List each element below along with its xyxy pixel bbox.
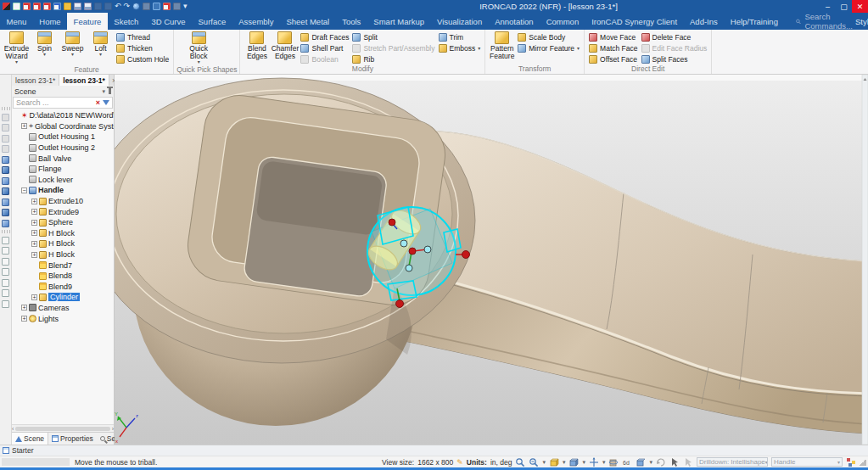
- pan-icon[interactable]: [589, 457, 599, 467]
- scroll-right-icon[interactable]: ›: [112, 426, 114, 432]
- slab-tool-icon[interactable]: [2, 209, 9, 216]
- extrude-wizard-button[interactable]: Extrude Wizard▾: [3, 31, 31, 65]
- triangle-tool-icon[interactable]: [2, 258, 9, 266]
- tree-item-blend9[interactable]: Blend9: [12, 282, 114, 293]
- render-style-icon[interactable]: [568, 457, 579, 467]
- qat-overflow-caret-icon[interactable]: ▾: [183, 3, 188, 10]
- loft-button[interactable]: Loft▾: [87, 31, 115, 58]
- tree-item-outlet-housing-2[interactable]: Outlet Housing 2: [12, 143, 114, 154]
- tree-item-extrude10[interactable]: +Extrude10: [12, 196, 114, 207]
- link-icon[interactable]: [94, 3, 102, 10]
- expand-icon[interactable]: +: [31, 252, 37, 258]
- cone-tool-icon[interactable]: [2, 187, 9, 195]
- expand-icon[interactable]: +: [31, 241, 37, 247]
- tab-sketch[interactable]: Sketch: [108, 13, 145, 30]
- triball-axis-dot[interactable]: [400, 240, 407, 247]
- delete-face-button[interactable]: Delete Face: [640, 31, 709, 42]
- toolbar-drag-handle[interactable]: [2, 107, 10, 110]
- line-tool-icon[interactable]: [2, 237, 9, 244]
- collapse-icon[interactable]: −: [21, 187, 27, 193]
- shell-part-button[interactable]: Shell Part: [299, 42, 350, 53]
- pan-caret-icon[interactable]: ▾: [602, 459, 606, 466]
- scene-search-input[interactable]: Search ... ×: [13, 97, 113, 109]
- tab-3d-curve[interactable]: 3D Curve: [145, 13, 192, 30]
- document-tab-2[interactable]: lesson 23-1*: [59, 75, 109, 86]
- tree-item-blend8[interactable]: Blend8: [12, 271, 114, 282]
- hierarchy-icon[interactable]: [846, 457, 856, 467]
- scrollbar-thumb[interactable]: [15, 427, 109, 431]
- undo-icon[interactable]: ↶: [115, 3, 121, 10]
- tab-annotation[interactable]: Annotation: [489, 13, 540, 30]
- rib-button[interactable]: Rib: [350, 53, 436, 64]
- cylinder-tool-icon[interactable]: [2, 166, 9, 174]
- tree-item-handle[interactable]: −Handle: [12, 185, 114, 196]
- triball-axis-dot[interactable]: [424, 246, 431, 253]
- move-face-button[interactable]: Move Face: [587, 31, 639, 42]
- wedge-tool-icon[interactable]: [2, 220, 9, 227]
- redo-icon[interactable]: ↷: [124, 3, 131, 10]
- render-caret-icon[interactable]: ▾: [582, 459, 585, 466]
- triball-outer-handle-right[interactable]: [462, 251, 470, 259]
- select-arrow-icon[interactable]: [669, 457, 680, 467]
- expand-icon[interactable]: +: [21, 123, 27, 129]
- tab-tools[interactable]: Tools: [336, 13, 367, 30]
- triball-outer-handle-top[interactable]: [389, 219, 395, 226]
- open-folder-icon[interactable]: [64, 3, 71, 10]
- tab-home[interactable]: Home: [33, 13, 67, 30]
- tab-feature[interactable]: Feature: [67, 13, 108, 30]
- quick-block-button[interactable]: Quick Block▾: [185, 31, 213, 65]
- maximize-button[interactable]: ▢: [836, 0, 852, 13]
- units-value[interactable]: in, deg: [490, 458, 512, 467]
- sweep-button[interactable]: Sweep▾: [59, 31, 87, 58]
- tree-item-lights[interactable]: +Lights: [12, 313, 114, 324]
- tab-menu[interactable]: Menu: [0, 13, 33, 30]
- expand-icon[interactable]: +: [31, 220, 37, 226]
- split-button[interactable]: Split: [350, 31, 436, 42]
- custom-hole-button[interactable]: Custom Hole: [115, 53, 171, 64]
- tree-item-h-block-1[interactable]: +H Block: [12, 228, 114, 239]
- viewport-3d[interactable]: Y x z: [115, 75, 868, 445]
- tab-smart-markup[interactable]: Smart Markup: [367, 13, 431, 30]
- tree-item-extrude9[interactable]: +Extrude9: [12, 206, 114, 217]
- tree-item-flange[interactable]: Flange: [12, 164, 114, 175]
- tree-item-cylinder[interactable]: +Cylinder: [12, 292, 114, 303]
- document-tab-1[interactable]: lesson 23-1*: [12, 75, 59, 86]
- triball-outer-handle-bottom[interactable]: [396, 300, 404, 308]
- table-view-icon[interactable]: [173, 3, 181, 10]
- sphere-tool-icon[interactable]: [2, 177, 9, 185]
- save-icon[interactable]: [74, 3, 81, 10]
- tree-item-lock-lever[interactable]: Lock lever: [12, 175, 114, 186]
- draft-faces-button[interactable]: Draft Faces: [299, 31, 350, 42]
- view-cube-caret-icon[interactable]: ▾: [649, 459, 652, 466]
- new-file-icon[interactable]: [13, 3, 20, 10]
- minimize-button[interactable]: –: [820, 0, 836, 13]
- open-marked-icon-2[interactable]: [33, 3, 41, 10]
- resize-grip[interactable]: [860, 459, 866, 466]
- tab-help-training[interactable]: Help/Training: [724, 13, 784, 30]
- close-button[interactable]: ✕: [852, 0, 868, 13]
- thicken-button[interactable]: Thicken: [115, 42, 171, 53]
- command-search[interactable]: Search Commands...: [796, 13, 854, 30]
- thread-button[interactable]: Thread: [115, 31, 171, 42]
- drilldown-select[interactable]: Drilldown: Intellishape▾: [697, 457, 768, 467]
- pin-icon[interactable]: [109, 88, 111, 94]
- expand-icon[interactable]: +: [31, 199, 37, 204]
- tree-item-cameras[interactable]: +Cameras: [12, 303, 114, 314]
- open-blue-icon[interactable]: [53, 3, 61, 10]
- snap-icon[interactable]: [143, 3, 150, 10]
- save-all-icon[interactable]: [84, 3, 92, 10]
- scale-body-button[interactable]: Scale Body: [516, 31, 581, 42]
- panel-tab-properties[interactable]: Properties: [48, 433, 97, 445]
- list-view-icon[interactable]: [153, 3, 160, 10]
- split-faces-button[interactable]: Split Faces: [640, 53, 709, 64]
- render-red-icon[interactable]: [163, 3, 171, 10]
- globe-render-icon[interactable]: [132, 3, 140, 10]
- tree-item-outlet-housing-1[interactable]: Outlet Housing 1: [12, 131, 114, 143]
- orbit-icon[interactable]: [608, 457, 619, 467]
- triball-handle-plane-bottom[interactable]: [388, 281, 417, 300]
- tab-surface[interactable]: Surface: [192, 13, 232, 30]
- tree-item-sphere[interactable]: +Sphere: [12, 217, 114, 228]
- view-cube-icon[interactable]: [636, 457, 646, 467]
- spline-tool-icon[interactable]: [2, 289, 9, 297]
- block-tool-icon[interactable]: [2, 156, 9, 164]
